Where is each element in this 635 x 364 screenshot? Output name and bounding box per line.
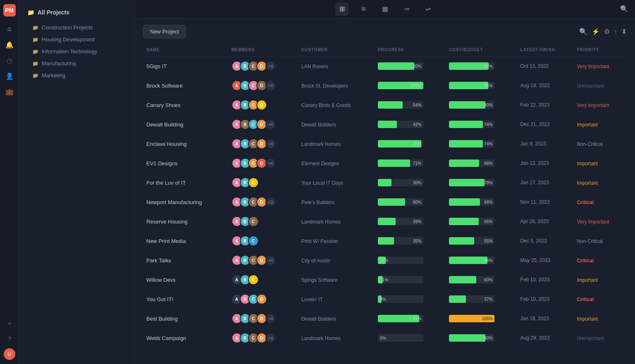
- progress-bar: 30%: [378, 179, 423, 186]
- progress-label: 17%: [380, 258, 388, 263]
- cost-label: 37%: [484, 297, 492, 302]
- table-row[interactable]: You Got IT!ABCDLovein' IT 8% 37% Feb 10,…: [143, 290, 627, 309]
- icon-bar: PM ⌂ 🔔 ◷ 👤 💼 ＋ ？ U: [0, 0, 19, 364]
- col-cost[interactable]: COST/BUDGET: [446, 45, 517, 57]
- table-row[interactable]: Best BuildingABCD+4Dewalt Builders 91% 1…: [143, 309, 627, 328]
- col-customer[interactable]: CUSTOMER: [298, 45, 375, 57]
- priority-badge: Important: [577, 122, 598, 128]
- project-name: Newport Manufacturing: [146, 199, 202, 205]
- customer-name: Landmark Homes: [301, 141, 341, 147]
- table-row[interactable]: Newport ManufacturingABCD+3Pete's Builde…: [143, 193, 627, 212]
- progress-bar: 100%: [378, 82, 423, 89]
- folder-icon: 📁: [32, 37, 38, 43]
- progress-bar: 60%: [378, 198, 423, 206]
- cost-label: 80%: [484, 103, 492, 107]
- table-row[interactable]: New Print MediaABCPrint W/ Passion 35% 5…: [143, 231, 627, 251]
- nav-add[interactable]: ＋: [3, 317, 16, 330]
- project-name: 5Gigs IT: [146, 63, 167, 69]
- new-project-button[interactable]: New Project: [143, 25, 186, 38]
- table-row[interactable]: Enclave HousingABCD+4Landmark Homes 95% …: [143, 134, 627, 154]
- col-priority[interactable]: PRIORITY: [573, 45, 627, 57]
- col-name[interactable]: NAME: [143, 45, 228, 57]
- cost-bar: 84%: [449, 257, 494, 264]
- avatar: C: [248, 177, 259, 188]
- project-name: Enclave Housing: [146, 141, 187, 147]
- nav-avatar[interactable]: U: [4, 348, 15, 360]
- progress-bar: 71%: [378, 159, 423, 167]
- priority-badge: Important: [577, 180, 598, 186]
- nav-help[interactable]: ？: [3, 333, 16, 346]
- settings-icon[interactable]: ⚙: [604, 28, 610, 36]
- col-members[interactable]: MEMBERS: [228, 45, 298, 57]
- table-row[interactable]: Canary ShoesABCDCanary Birds & Goods 54%…: [143, 95, 627, 115]
- toolbar-link[interactable]: ⇒: [400, 2, 413, 16]
- download-icon[interactable]: ⬇: [621, 28, 627, 36]
- cost-bar: 74%: [449, 140, 494, 148]
- progress-label: 95%: [413, 142, 421, 146]
- sidebar-item-housing[interactable]: 📁 Housing Development: [24, 33, 129, 45]
- sidebar-all-projects[interactable]: 📁 All Projects: [24, 7, 129, 18]
- table-row[interactable]: For the Luv of ITABCYour Local IT Guys 3…: [143, 173, 627, 193]
- members-group: ABCD+4: [232, 80, 295, 91]
- nav-clock[interactable]: ◷: [3, 54, 16, 67]
- priority-badge: Important: [577, 277, 598, 283]
- table-row[interactable]: Webb CampaignABCD+4Landmark Homes 0% 80%…: [143, 328, 627, 348]
- cost-bar: 80%: [449, 101, 494, 109]
- filter-active-icon[interactable]: ⚡: [592, 28, 600, 36]
- col-progress[interactable]: PROGRESS: [375, 45, 446, 57]
- avatar: C: [248, 236, 259, 246]
- sidebar-item-construction[interactable]: 📁 Construction Projects: [24, 21, 129, 33]
- search-icon[interactable]: 🔍: [620, 5, 628, 13]
- finish-date: Apr 26, 2023: [517, 212, 574, 231]
- nav-briefcase[interactable]: 💼: [3, 85, 16, 98]
- table-row[interactable]: Willow DevsABCSpings Software 11% 60% Fe…: [143, 270, 627, 290]
- search-filter-icon[interactable]: 🔍: [579, 28, 587, 36]
- col-finish[interactable]: LATEST FINISH: [517, 45, 574, 57]
- toolbar-calendar[interactable]: ▦: [378, 2, 392, 16]
- nav-home[interactable]: ⌂: [3, 22, 16, 36]
- table-row[interactable]: Brock SoftwareABCD+4Brock St. Developers…: [143, 76, 627, 95]
- sidebar-item-manufacturing[interactable]: 📁 Manufacturing: [24, 57, 129, 69]
- toolbar-table-view[interactable]: ⊞: [335, 2, 349, 16]
- progress-label: 91%: [413, 316, 421, 321]
- cost-bar: 66%: [449, 159, 494, 167]
- progress-bar: 11%: [378, 276, 423, 283]
- sidebar-item-marketing[interactable]: 📁 Marketing: [24, 69, 129, 81]
- finish-date: Feb 10, 2023: [517, 270, 574, 290]
- table-header-row: NAME MEMBERS CUSTOMER PROGRESS COST/BUDG…: [143, 45, 627, 57]
- cost-bar: 80%: [449, 334, 494, 342]
- nav-user[interactable]: 👤: [3, 69, 16, 83]
- avatar: D: [256, 100, 267, 110]
- progress-label: 30%: [413, 181, 421, 185]
- customer-name: Spings Software: [301, 277, 337, 283]
- table-row[interactable]: Dewalt BuildingABCD+4Dewalt Builders 42%…: [143, 115, 627, 134]
- progress-label: 39%: [413, 219, 421, 224]
- members-group: ABCD+4: [232, 333, 295, 343]
- main-area: ⊞ ≋ ▦ ⇒ ⇌ 🔍 New Project 🔍 ⚡ ⚙ ↑ ⬇ NAME: [135, 0, 635, 364]
- export-icon[interactable]: ↑: [614, 28, 617, 36]
- table-row[interactable]: EV1 DesignsABCD+4Element Designs 71% 66%…: [143, 154, 627, 173]
- table-row[interactable]: Reserve HousingABCLandmark Homes 39% 65%…: [143, 212, 627, 231]
- finish-date: Aug 18, 2022: [517, 76, 574, 95]
- cost-label: 68%: [484, 200, 492, 205]
- progress-label: 100%: [411, 83, 422, 88]
- nav-bell[interactable]: 🔔: [3, 38, 16, 51]
- finish-date: May 25, 2023: [517, 251, 574, 270]
- members-group: ABC: [232, 177, 295, 188]
- cost-label: 84%: [484, 258, 492, 263]
- members-group: ABCD: [232, 294, 295, 305]
- folder-icon: 📁: [32, 61, 38, 67]
- progress-label: 42%: [413, 122, 421, 127]
- toolbar-flow[interactable]: ⇌: [421, 2, 434, 16]
- folder-icon: 📁: [32, 73, 38, 79]
- sidebar-item-it[interactable]: 📁 Information Technology: [24, 45, 129, 57]
- cost-bar: 86%: [449, 82, 494, 89]
- table-row[interactable]: 5Gigs ITABCD+4LAN Rovers 80% 87% Oct 13,…: [143, 57, 627, 76]
- cost-bar: 37%: [449, 295, 494, 303]
- cost-label: 55%: [484, 239, 492, 243]
- progress-label: 8%: [380, 297, 386, 302]
- progress-bar: 8%: [378, 295, 423, 303]
- cost-label: 105%: [482, 316, 493, 321]
- toolbar-gantt[interactable]: ≋: [357, 2, 370, 16]
- table-row[interactable]: Park TalksABCD+4City of Austin 17% 84% M…: [143, 251, 627, 270]
